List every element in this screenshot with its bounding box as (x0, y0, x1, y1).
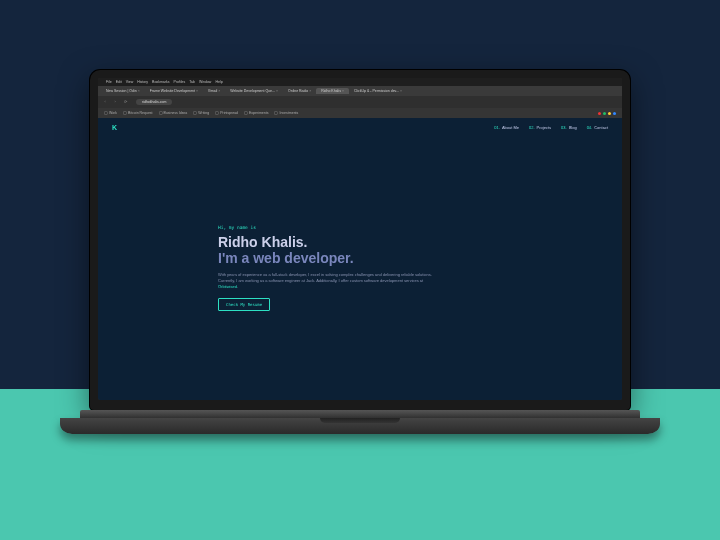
browser-tab[interactable]: ClickUp & - Permission dev...× (349, 88, 407, 94)
browser-tab-active[interactable]: Ridho Khalis× (316, 88, 349, 94)
browser-tab[interactable]: Website Development Que...× (225, 88, 283, 94)
menubar-item[interactable]: Bookmarks (152, 80, 170, 84)
nav-link-blog[interactable]: 03.Blog (561, 125, 577, 130)
browser-tab[interactable]: Gmail× (203, 88, 225, 94)
screen-bezel: File Edit View History Bookmarks Profile… (90, 70, 630, 410)
close-icon[interactable]: × (276, 89, 278, 93)
bookmark-folder[interactable]: ▢ Bitcoin Request (123, 111, 153, 115)
hero-tagline: I'm a web developer. (218, 250, 562, 266)
close-icon[interactable]: × (218, 89, 220, 93)
forward-button[interactable]: › (112, 100, 118, 104)
bookmark-folder[interactable]: ▢ Investments (274, 111, 298, 115)
nav-link-contact[interactable]: 04.Contact (587, 125, 608, 130)
close-icon[interactable]: × (342, 89, 344, 93)
hero-description: With years of experience as a full-stack… (218, 272, 438, 290)
browser-tab[interactable]: New Session | Odin× (101, 88, 145, 94)
hero-name: Ridho Khalis. (218, 234, 562, 250)
nav-link-projects[interactable]: 02.Projects (529, 125, 551, 130)
browser-tab-bar: New Session | Odin× Frame Website Develo… (98, 86, 622, 96)
close-icon[interactable]: × (138, 89, 140, 93)
menubar-item[interactable]: Edit (116, 80, 122, 84)
site-navbar: K 01.About Me 02.Projects 03.Blog 04.Con… (98, 118, 622, 136)
browser-tab[interactable]: Online Radio× (283, 88, 316, 94)
macos-menubar: File Edit View History Bookmarks Profile… (98, 78, 622, 86)
page-viewport: K 01.About Me 02.Projects 03.Blog 04.Con… (98, 118, 622, 400)
menubar-item[interactable]: File (106, 80, 112, 84)
menubar-item[interactable]: Window (199, 80, 211, 84)
bookmark-folder[interactable]: ▢ Business Ideas (159, 111, 188, 115)
bookmark-flags (598, 112, 616, 115)
site-nav-links: 01.About Me 02.Projects 03.Blog 04.Conta… (494, 125, 608, 130)
close-icon[interactable]: × (309, 89, 311, 93)
bookmark-folder[interactable]: ▢ Work (104, 111, 117, 115)
site-logo[interactable]: K (112, 124, 117, 131)
laptop-mockup: File Edit View History Bookmarks Profile… (80, 70, 640, 490)
hero-section: Hi, my name is Ridho Khalis. I'm a web d… (98, 136, 622, 400)
menubar-item[interactable]: History (137, 80, 148, 84)
browser-address-bar: ‹ › ⟳ ridhokhalis.com (98, 96, 622, 108)
laptop-hinge (80, 410, 640, 418)
browser-tab[interactable]: Frame Website Development× (145, 88, 203, 94)
bookmarks-bar: ▢ Work ▢ Bitcoin Request ▢ Business Idea… (98, 108, 622, 118)
laptop-base (60, 418, 660, 434)
menubar-item[interactable]: View (126, 80, 134, 84)
highlight-link[interactable]: Orbitwised (218, 284, 237, 289)
bookmark-folder[interactable]: ▢ Experiments (244, 111, 268, 115)
close-icon[interactable]: × (196, 89, 198, 93)
screen: File Edit View History Bookmarks Profile… (98, 78, 622, 400)
nav-link-about[interactable]: 01.About Me (494, 125, 519, 130)
hero-greeting: Hi, my name is (218, 225, 562, 230)
laptop-notch (320, 418, 400, 423)
menubar-item[interactable]: Tab (189, 80, 195, 84)
close-icon[interactable]: × (400, 89, 402, 93)
bookmark-folder[interactable]: ▢ Writing (193, 111, 209, 115)
menubar-item[interactable]: Help (215, 80, 222, 84)
menubar-item[interactable]: Profiles (174, 80, 186, 84)
back-button[interactable]: ‹ (102, 100, 108, 104)
bookmark-folder[interactable]: ▢ Printspread (215, 111, 238, 115)
resume-button[interactable]: Check My Resume (218, 298, 270, 311)
reload-button[interactable]: ⟳ (122, 100, 128, 104)
url-field[interactable]: ridhokhalis.com (136, 99, 172, 105)
